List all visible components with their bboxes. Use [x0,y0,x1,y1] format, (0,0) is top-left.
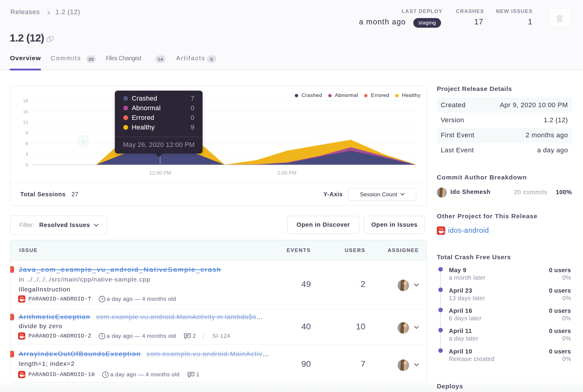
svg-text:0: 0 [82,139,84,144]
